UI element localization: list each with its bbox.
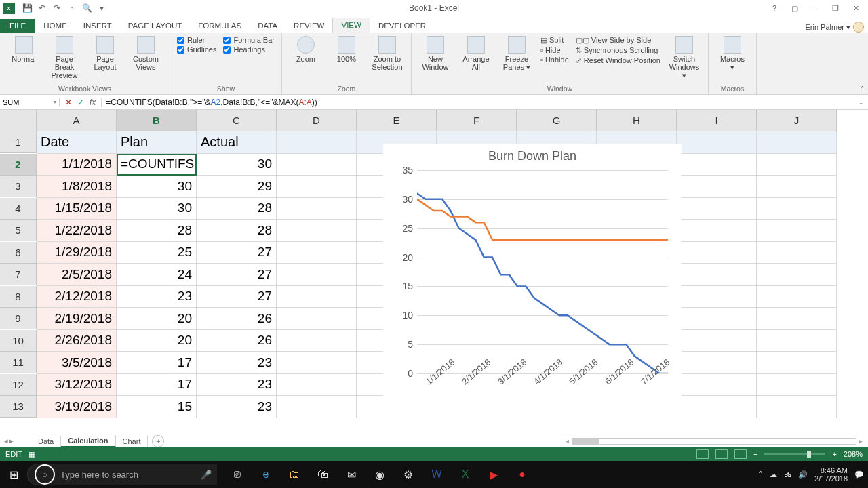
row-header[interactable]: 12 — [0, 374, 37, 396]
zoom-slider[interactable] — [764, 453, 825, 455]
zoom-out-icon[interactable]: − — [753, 450, 757, 458]
cell-J9[interactable] — [757, 308, 837, 330]
cell-C6[interactable]: 27 — [197, 242, 277, 264]
row-header[interactable]: 2 — [0, 154, 37, 176]
column-header[interactable]: G — [517, 110, 597, 131]
cell-A7[interactable]: 2/5/2018 — [37, 264, 117, 286]
cell-B8[interactable]: 23 — [117, 286, 197, 308]
mail-icon[interactable]: ✉ — [338, 461, 365, 488]
cell-C7[interactable]: 27 — [197, 264, 277, 286]
row-header[interactable]: 1 — [0, 131, 37, 153]
cell-B5[interactable]: 28 — [117, 220, 197, 242]
cell-I5[interactable] — [677, 220, 757, 242]
excel-icon[interactable]: X — [452, 461, 479, 488]
cell-J11[interactable] — [757, 352, 837, 374]
cell-D10[interactable] — [277, 330, 357, 352]
cell-C3[interactable]: 29 — [197, 176, 277, 198]
cell-A5[interactable]: 1/22/2018 — [37, 220, 117, 242]
file-tab[interactable]: FILE — [0, 19, 35, 33]
insert-function-icon[interactable]: fx — [90, 98, 96, 107]
cell-D7[interactable] — [277, 264, 357, 286]
enter-formula-icon[interactable]: ✓ — [77, 98, 84, 107]
preview-icon[interactable]: 🔍 — [80, 1, 94, 15]
add-sheet-button[interactable]: + — [152, 435, 164, 447]
zoom-in-icon[interactable]: + — [832, 450, 836, 458]
cell-I12[interactable] — [677, 374, 757, 396]
task-view-icon[interactable]: ⎚ — [224, 461, 251, 488]
new-icon[interactable]: ▫ — [65, 1, 79, 15]
row-header[interactable]: 9 — [0, 308, 37, 329]
cell-I1[interactable] — [677, 131, 757, 154]
page-layout-view-icon[interactable] — [715, 449, 728, 459]
unhide-button[interactable]: ▫ Unhide — [540, 56, 569, 64]
cell-C8[interactable]: 27 — [197, 286, 277, 308]
cell-A13[interactable]: 3/19/2018 — [37, 396, 117, 418]
cancel-formula-icon[interactable]: ✕ — [65, 98, 72, 107]
new-window-button[interactable]: New Window — [418, 36, 452, 71]
formula-bar-checkbox[interactable]: Formula Bar — [223, 36, 275, 44]
cell-A1[interactable]: Date — [37, 131, 117, 154]
column-header[interactable]: B — [117, 110, 197, 131]
user-account[interactable]: Erin Palmer ▾ — [805, 22, 864, 33]
save-icon[interactable]: 💾 — [20, 1, 34, 15]
cell-A8[interactable]: 2/12/2018 — [37, 286, 117, 308]
store-icon[interactable]: 🛍 — [309, 461, 336, 488]
video-icon[interactable]: ▶ — [480, 461, 507, 488]
page-layout-button[interactable]: Page Layout — [88, 36, 122, 71]
cell-I7[interactable] — [677, 264, 757, 286]
cell-D11[interactable] — [277, 352, 357, 374]
mic-icon[interactable]: 🎤 — [201, 470, 212, 480]
cell-A6[interactable]: 1/29/2018 — [37, 242, 117, 264]
macros-button[interactable]: Macros ▾ — [715, 36, 749, 71]
row-header[interactable]: 4 — [0, 198, 37, 220]
zoom-100-button[interactable]: 100% — [330, 36, 363, 63]
cell-D1[interactable] — [277, 131, 357, 154]
help-button[interactable]: ? — [765, 1, 784, 15]
cell-A4[interactable]: 1/15/2018 — [37, 198, 117, 220]
row-header[interactable]: 8 — [0, 286, 37, 308]
cell-C2[interactable]: 30 — [197, 154, 277, 176]
cell-A2[interactable]: 1/1/2018 — [37, 154, 117, 176]
taskbar-search[interactable]: ○ Type here to search 🎤 — [27, 464, 217, 485]
column-header[interactable]: A — [37, 110, 117, 131]
zoom-to-selection-button[interactable]: Zoom to Selection — [370, 36, 404, 71]
record-icon[interactable]: ● — [509, 461, 536, 488]
column-header[interactable]: I — [677, 110, 757, 131]
row-header[interactable]: 3 — [0, 176, 37, 197]
row-header[interactable]: 5 — [0, 220, 37, 241]
column-header[interactable]: D — [277, 110, 357, 131]
minimize-button[interactable]: — — [806, 1, 825, 15]
cell-B10[interactable]: 20 — [117, 330, 197, 352]
split-button[interactable]: ▤ Split — [540, 36, 569, 45]
cell-J6[interactable] — [757, 242, 837, 264]
cell-D8[interactable] — [277, 286, 357, 308]
cell-C1[interactable]: Actual — [197, 131, 277, 154]
cell-J10[interactable] — [757, 330, 837, 352]
switch-windows-button[interactable]: Switch Windows ▾ — [667, 36, 701, 79]
formula-input[interactable]: =COUNTIFS(Data!B:B,">="&A2,Data!B:B,"<="… — [102, 98, 854, 107]
freeze-panes-button[interactable]: Freeze Panes ▾ — [500, 36, 534, 71]
cell-J4[interactable] — [757, 198, 837, 220]
cell-C13[interactable]: 23 — [197, 396, 277, 418]
cell-D13[interactable] — [277, 396, 357, 418]
tab-page-layout[interactable]: PAGE LAYOUT — [120, 19, 190, 33]
cell-B6[interactable]: 25 — [117, 242, 197, 264]
cell-I4[interactable] — [677, 198, 757, 220]
tab-review[interactable]: REVIEW — [285, 19, 332, 33]
onedrive-icon[interactable]: ☁ — [770, 470, 777, 479]
spreadsheet-grid[interactable]: ABCDEFGHIJ1DatePlanActual21/1/2018=COUNT… — [0, 110, 868, 434]
tab-formulas[interactable]: FORMULAS — [190, 19, 250, 33]
sync-scrolling-button[interactable]: ⇅ Synchronous Scrolling — [576, 46, 660, 55]
reset-window-pos-button[interactable]: ⤢ Reset Window Position — [576, 56, 660, 65]
ribbon-options-button[interactable]: ▢ — [785, 1, 804, 15]
cell-B11[interactable]: 17 — [117, 352, 197, 374]
cell-B12[interactable]: 17 — [117, 374, 197, 396]
chart-burndown[interactable]: Burn Down Plan 05101520253035 1/1/20182/… — [383, 144, 682, 428]
cell-B9[interactable]: 20 — [117, 308, 197, 330]
cell-J1[interactable] — [757, 131, 837, 154]
view-side-by-side-button[interactable]: ▢▢ View Side by Side — [576, 36, 660, 45]
tab-home[interactable]: HOME — [35, 19, 75, 33]
cell-A10[interactable]: 2/26/2018 — [37, 330, 117, 352]
gridlines-checkbox[interactable]: Gridlines — [177, 45, 216, 54]
qat-dropdown-icon[interactable]: ▾ — [95, 1, 108, 15]
